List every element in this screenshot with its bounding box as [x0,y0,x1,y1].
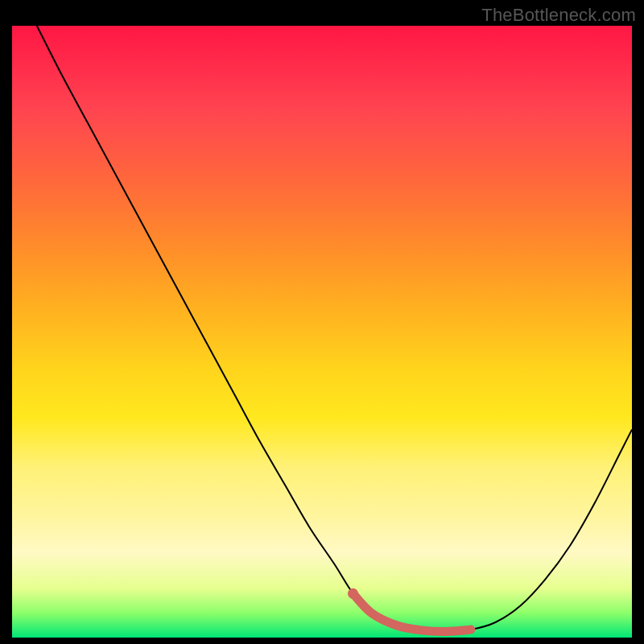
optimal-dot [348,588,358,599]
watermark-text: TheBottleneck.com [481,5,636,26]
main-curve [37,26,632,631]
optimal-highlight [353,593,471,631]
chart-plot-area [12,26,632,638]
chart-svg [12,26,632,638]
